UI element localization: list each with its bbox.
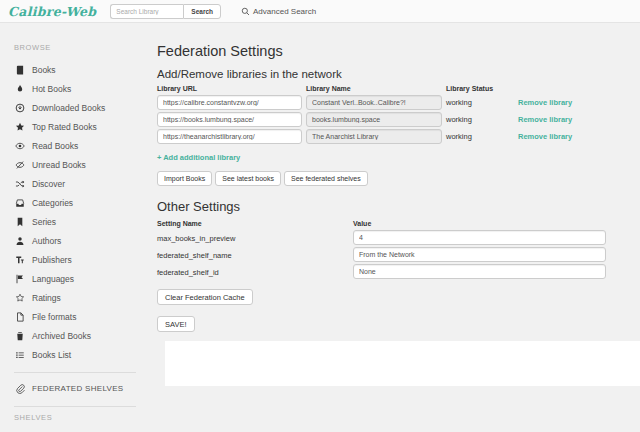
column-header-setting-name: Setting Name bbox=[157, 220, 353, 227]
column-header-library-status: Library Status bbox=[446, 85, 516, 92]
import-books-button[interactable]: Import Books bbox=[157, 171, 212, 186]
sidebar-item-books[interactable]: Books bbox=[0, 60, 140, 79]
library-status: working bbox=[446, 98, 516, 107]
sidebar-item-top-rated-books[interactable]: Top Rated Books bbox=[0, 117, 140, 136]
library-url-input[interactable] bbox=[157, 129, 302, 144]
library-status: working bbox=[446, 132, 516, 141]
star-empty-icon bbox=[14, 293, 25, 303]
main-content: Federation Settings Add/Remove libraries… bbox=[140, 23, 640, 432]
shelves-section-header: SHELVES bbox=[0, 413, 140, 422]
sidebar-item-label: Unread Books bbox=[32, 160, 86, 170]
inbox-icon bbox=[14, 198, 25, 208]
sidebar-item-hot-books[interactable]: Hot Books bbox=[0, 79, 140, 98]
library-name-input bbox=[306, 129, 442, 144]
search-input[interactable] bbox=[110, 4, 183, 19]
list-icon bbox=[14, 350, 25, 360]
setting-value-input[interactable] bbox=[353, 264, 606, 279]
sidebar-item-authors[interactable]: Authors bbox=[0, 231, 140, 250]
sidebar-divider bbox=[14, 372, 136, 373]
libraries-table-header: Library URL Library Name Library Status bbox=[157, 85, 640, 92]
library-url-input[interactable] bbox=[157, 95, 302, 110]
sidebar-item-categories[interactable]: Categories bbox=[0, 193, 140, 212]
add-library-link[interactable]: + Add additional library bbox=[157, 153, 240, 162]
see-latest-books-button[interactable]: See latest books bbox=[215, 171, 281, 186]
libraries-table-body: workingRemove libraryworkingRemove libra… bbox=[157, 95, 640, 144]
sidebar-item-label: Publishers bbox=[32, 255, 72, 265]
sidebar-nav: BooksHot BooksDownloaded BooksTop Rated … bbox=[0, 60, 140, 364]
library-name-input bbox=[306, 112, 442, 127]
sidebar-item-archived-books[interactable]: Archived Books bbox=[0, 326, 140, 345]
page-title: Federation Settings bbox=[157, 43, 640, 59]
library-actions: Import Books See latest books See federa… bbox=[157, 171, 640, 186]
book-icon bbox=[14, 65, 25, 75]
sidebar-item-label: Hot Books bbox=[32, 84, 71, 94]
top-header: Calibre-Web Search Advanced Search bbox=[0, 0, 640, 23]
advanced-search-label: Advanced Search bbox=[253, 7, 316, 16]
browse-section-header: BROWSE bbox=[0, 43, 140, 52]
setting-value-input[interactable] bbox=[353, 247, 606, 262]
remove-library-link[interactable]: Remove library bbox=[518, 98, 572, 107]
setting-row: max_books_in_preview bbox=[157, 230, 640, 245]
libraries-section-heading: Add/Remove libraries in the network bbox=[157, 68, 640, 80]
sidebar-item-publishers[interactable]: Publishers bbox=[0, 250, 140, 269]
app-logo[interactable]: Calibre-Web bbox=[8, 4, 96, 19]
sidebar-item-label: Ratings bbox=[32, 293, 61, 303]
settings-table-body: max_books_in_previewfederated_shelf_name… bbox=[157, 230, 640, 279]
sidebar: BROWSE BooksHot BooksDownloaded BooksTop… bbox=[0, 23, 140, 432]
sidebar-item-label: File formats bbox=[32, 312, 76, 322]
column-header-value: Value bbox=[353, 220, 371, 227]
setting-name: federated_shelf_id bbox=[157, 264, 353, 277]
library-row: workingRemove library bbox=[157, 112, 640, 127]
clear-federation-cache-button[interactable]: Clear Federation Cache bbox=[157, 289, 253, 305]
library-status: working bbox=[446, 115, 516, 124]
sidebar-item-federated-shelves[interactable]: FEDERATED SHELVES bbox=[0, 379, 140, 398]
sidebar-item-label: Top Rated Books bbox=[32, 122, 97, 132]
advanced-search-link[interactable]: Advanced Search bbox=[241, 7, 316, 16]
search-button[interactable]: Search bbox=[183, 4, 221, 19]
setting-row: federated_shelf_id bbox=[157, 264, 640, 279]
download-icon bbox=[14, 103, 25, 113]
setting-row: federated_shelf_name bbox=[157, 247, 640, 262]
setting-value-input[interactable] bbox=[353, 230, 606, 245]
remove-library-link[interactable]: Remove library bbox=[518, 115, 572, 124]
sidebar-item-label: Books bbox=[32, 65, 56, 75]
column-header-library-name: Library Name bbox=[306, 85, 446, 92]
random-icon bbox=[14, 179, 25, 189]
other-settings-heading: Other Settings bbox=[157, 199, 640, 214]
sidebar-item-books-list[interactable]: Books List bbox=[0, 345, 140, 364]
sidebar-item-label: Series bbox=[32, 217, 56, 227]
library-name-input bbox=[306, 95, 442, 110]
search-group: Search bbox=[110, 4, 221, 19]
sidebar-item-languages[interactable]: Languages bbox=[0, 269, 140, 288]
library-row: workingRemove library bbox=[157, 95, 640, 110]
setting-name: federated_shelf_name bbox=[157, 247, 353, 260]
sidebar-item-ratings[interactable]: Ratings bbox=[0, 288, 140, 307]
sidebar-item-label: FEDERATED SHELVES bbox=[32, 384, 124, 393]
empty-results-panel bbox=[165, 341, 640, 386]
sidebar-item-file-formats[interactable]: File formats bbox=[0, 307, 140, 326]
sidebar-item-downloaded-books[interactable]: Downloaded Books bbox=[0, 98, 140, 117]
save-button[interactable]: SAVE! bbox=[157, 316, 195, 332]
remove-library-link[interactable]: Remove library bbox=[518, 132, 572, 141]
sidebar-item-label: Archived Books bbox=[32, 331, 91, 341]
sidebar-item-read-books[interactable]: Read Books bbox=[0, 136, 140, 155]
sidebar-item-label: Books List bbox=[32, 350, 71, 360]
sidebar-item-label: Read Books bbox=[32, 141, 78, 151]
sidebar-item-label: Categories bbox=[32, 198, 73, 208]
see-federated-shelves-button[interactable]: See federated shelves bbox=[284, 171, 368, 186]
sidebar-divider bbox=[14, 406, 136, 407]
sidebar-item-label: Languages bbox=[32, 274, 74, 284]
library-url-input[interactable] bbox=[157, 112, 302, 127]
user-icon bbox=[14, 236, 25, 246]
paperclip-icon bbox=[14, 384, 25, 394]
bookmark-icon bbox=[14, 217, 25, 227]
eye-open-icon bbox=[14, 141, 25, 151]
sidebar-item-discover[interactable]: Discover bbox=[0, 174, 140, 193]
sidebar-item-label: Authors bbox=[32, 236, 61, 246]
fire-icon bbox=[14, 84, 25, 94]
sidebar-item-series[interactable]: Series bbox=[0, 212, 140, 231]
text-size-icon bbox=[14, 255, 25, 265]
setting-name: max_books_in_preview bbox=[157, 230, 353, 243]
file-icon bbox=[14, 312, 25, 322]
sidebar-item-unread-books[interactable]: Unread Books bbox=[0, 155, 140, 174]
